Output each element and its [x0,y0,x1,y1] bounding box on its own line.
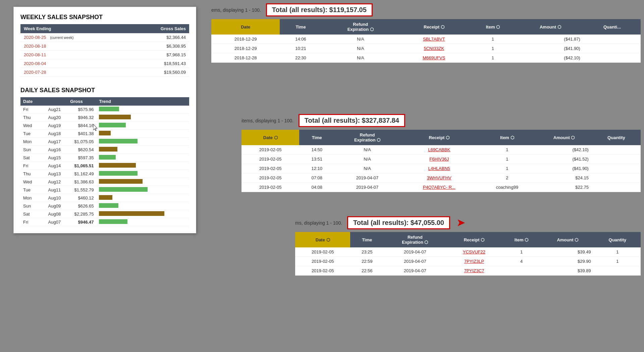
daily-date: Aug13 [40,170,63,178]
p2-item: 1 [478,145,536,155]
daily-date: Aug18 [40,130,63,138]
weekly-week[interactable]: 2020-08-04 [20,59,128,68]
daily-day: Sat [20,154,40,162]
p3-receipt[interactable]: YCSVUF22 [446,247,502,257]
p3-col-time: Time [350,232,384,247]
weekly-week[interactable]: 2020-07-28 [20,68,128,77]
p1-col-qty: Quanti... [584,19,641,35]
daily-gross: $844.16 [63,122,96,130]
panel2-items-text: items, displaying 1 - 100. [241,116,293,125]
panel1-table: Date Time RefundExpiration ⬡ Receipt ⬡ I… [211,19,641,63]
panel1-table-wrapper: Date Time RefundExpiration ⬡ Receipt ⬡ I… [211,19,641,63]
p3-col-refund: RefundExpiration ⬡ [384,232,446,247]
weekly-week[interactable]: 2020-08-25 (current week) [20,33,128,42]
p2-refund: 2019-04-07 [334,173,400,183]
p1-col-receipt: Receipt ⬡ [399,19,469,35]
daily-row: Thu Aug13 $1,162.49 [20,170,189,178]
daily-day: Thu [20,170,40,178]
p2-qty [592,183,641,192]
p1-refund: N/A [322,35,399,44]
weekly-col-sales: Gross Sales [128,24,189,33]
panel3-table-wrapper: Date ⬡ Time RefundExpiration ⬡ Receipt ⬡… [295,232,641,276]
daily-gross: $1,386.63 [63,178,96,186]
p1-col-time: Time [280,19,321,35]
table-row: 2019-02-05 14:50 N/A L69CABBK 1 ($42.10) [241,145,641,155]
p2-col-refund: RefundExpiration ⬡ [334,130,400,145]
daily-col-day: Date [20,97,40,106]
p2-receipt[interactable]: L4HLABN5 [400,164,478,173]
weekly-row: 2020-08-11 $7,968.15 [20,51,189,59]
p1-time: 14:06 [280,35,321,44]
p1-item: 1 [469,53,517,63]
panel1-header: ems, displaying 1 - 100. Total (all resu… [211,3,641,16]
p2-amount: ($41.52) [536,155,592,164]
p2-item: 2 [478,173,536,183]
daily-row: Sat Aug15 $597.35 [20,154,189,162]
table-row: 2019-02-05 12:10 N/A L4HLABN5 1 ($41.90) [241,164,641,173]
daily-bar [96,146,189,154]
p2-refund: 2019-04-07 [334,183,400,192]
p3-receipt[interactable]: 7PYIZ3C7 [446,266,502,276]
p2-receipt[interactable]: 3WHVUFHV [400,173,478,183]
p1-refund: N/A [322,44,399,53]
daily-bar [96,122,189,130]
p3-col-receipt: Receipt ⬡ [446,232,502,247]
panel1-items-text: ems, displaying 1 - 100. [211,6,261,14]
daily-day: Thu [20,114,40,122]
p3-item: 1 [502,247,541,257]
weekly-row: 2020-08-18 $6,308.95 [20,42,189,51]
p1-date: 2018-12-29 [211,44,280,53]
p2-date: 2019-02-05 [241,155,299,164]
daily-row: Sun Aug09 $626.65 [20,202,189,210]
daily-bar [96,186,189,194]
daily-gross: $946.47 [63,218,96,226]
daily-date: Aug10 [40,194,63,202]
daily-bar [96,130,189,138]
p3-col-qty: Quantity [594,232,641,247]
daily-row: Fri Aug14 $1,065.51 [20,162,189,170]
p3-amount: $39.89 [541,266,594,276]
daily-gross: $460.12 [63,194,96,202]
weekly-week[interactable]: 2020-08-18 [20,42,128,51]
weekly-week[interactable]: 2020-08-11 [20,51,128,59]
p2-col-qty: Quantity [592,130,641,145]
p1-receipt[interactable]: SBL7ABVT [399,35,469,44]
p1-refund: N/A [322,53,399,63]
daily-day: Tue [20,186,40,194]
daily-row: Sat Aug08 $2,285.75 [20,210,189,218]
daily-row: Fri Aug21 $575.96 [20,106,189,114]
p3-time: 22:59 [350,257,384,266]
p2-receipt[interactable]: P4Q7ABYC- R... [400,183,478,192]
p2-qty [592,164,641,173]
p3-receipt[interactable]: 7PYIZ3LP [446,257,502,266]
p1-col-date: Date [211,19,280,35]
daily-gross: $575.96 [63,106,96,114]
panel1-container: ems, displaying 1 - 100. Total (all resu… [208,0,644,68]
p3-amount: $29.90 [541,257,594,266]
weekly-title: WEEKLY SALES SNAPSHOT [20,14,189,21]
p3-refund: 2019-04-07 [384,257,446,266]
p1-receipt[interactable]: M669UFVS [399,53,469,63]
panel1-total: Total (all results): $119,157.05 [266,3,373,16]
panel3-header: ms, displaying 1 - 100. Total (all resul… [295,216,641,229]
panel2-table: Date ⬡ Time RefundExpiration ⬡ Receipt ⬡… [241,130,641,192]
panel2-total: Total (all results): $327,837.84 [299,114,405,127]
panel3-table: Date ⬡ Time RefundExpiration ⬡ Receipt ⬡… [295,232,641,276]
p2-receipt[interactable]: F6HIV36J [400,155,478,164]
daily-bar [96,202,189,210]
p2-date: 2019-02-05 [241,183,299,192]
p1-receipt[interactable]: 5CNI33ZK [399,44,469,53]
p3-amount: $39.49 [541,247,594,257]
weekly-sales: $19,560.09 [128,68,189,77]
p2-amount: ($41.90) [536,164,592,173]
weekly-table: Week Ending Gross Sales 2020-08-25 (curr… [20,24,189,77]
p1-time: 10:21 [280,44,321,53]
p2-date: 2019-02-05 [241,164,299,173]
daily-bar [96,218,189,226]
daily-gross: $401.38 [63,130,96,138]
p2-time: 14:50 [299,145,334,155]
p2-receipt[interactable]: L69CABBK [400,145,478,155]
p2-date: 2019-02-05 [241,145,299,155]
panel3-container: ms, displaying 1 - 100. Total (all resul… [292,213,644,281]
daily-col-date [40,97,63,106]
